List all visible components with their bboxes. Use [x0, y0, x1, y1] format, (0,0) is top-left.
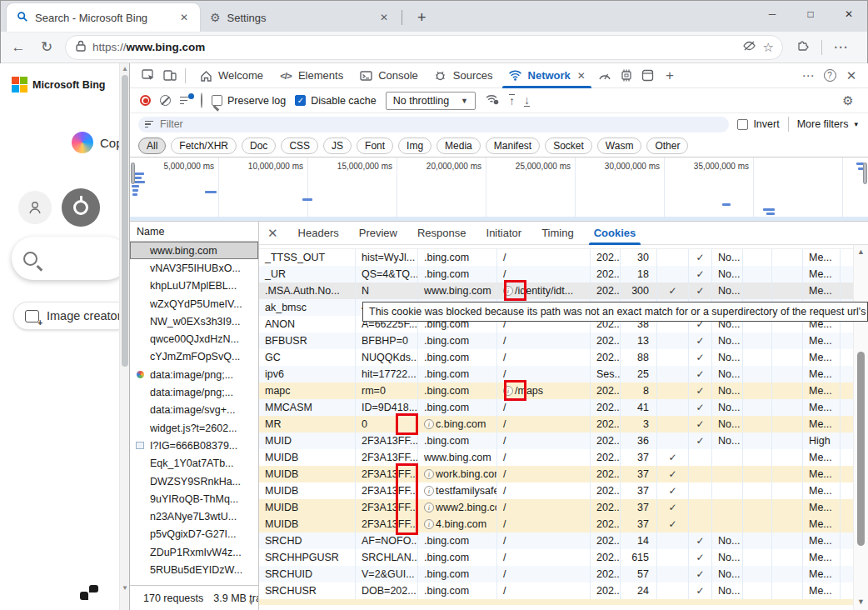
cookie-row[interactable]: MR0ic.bing.com/202...3✓No...Me... — [259, 416, 853, 432]
preserve-log-checkbox[interactable]: Preserve log — [212, 95, 286, 107]
request-row[interactable]: data:image/png;... — [130, 383, 258, 401]
filter-toggle-icon[interactable] — [180, 96, 192, 106]
devtools-tab-elements[interactable]: </>Elements — [271, 63, 351, 88]
cookie-row[interactable]: _TTSS_OUThist=WyJl....bing.com/202...30✓… — [259, 249, 853, 266]
type-filter-css[interactable]: CSS — [281, 138, 318, 154]
requests-scroll-down-icon[interactable]: ▼ — [247, 598, 255, 607]
browser-menu-icon[interactable]: ⋯ — [831, 38, 851, 56]
cookie-row[interactable]: ipv6hit=17722....bing.com/Ses...25✓No...… — [259, 366, 853, 382]
detail-tab-preview[interactable]: Preview — [349, 222, 407, 245]
type-filter-doc[interactable]: Doc — [242, 138, 276, 154]
devtools-tab-welcome[interactable]: Welcome — [191, 63, 271, 88]
request-row[interactable]: DWZSY9SRnkHa... — [130, 472, 258, 490]
request-row[interactable]: www.bing.com — [130, 242, 258, 259]
type-filter-font[interactable]: Font — [357, 138, 393, 154]
type-filter-other[interactable]: Other — [646, 138, 688, 154]
browser-tab[interactable]: ⚙Settings✕ — [200, 3, 400, 32]
browser-essentials-icon[interactable] — [793, 38, 813, 56]
cookie-row[interactable]: GCNUQQKds....bing.com/202...88✓No...Me..… — [259, 349, 853, 366]
cookie-row[interactable]: MUIDB2F3A13FF...iwww2.bing.com/202...37✓… — [259, 499, 853, 516]
inspect-element-icon[interactable] — [138, 66, 158, 86]
refresh-icon[interactable]: ↻ — [37, 38, 57, 56]
type-filter-img[interactable]: Img — [398, 138, 432, 154]
maximize-button[interactable]: □ — [791, 0, 830, 28]
devtools-tab-close-icon[interactable]: ✕ — [577, 70, 586, 82]
cookies-scroll-down-icon[interactable]: ▼ — [854, 598, 868, 606]
performance-icon[interactable] — [595, 66, 615, 86]
filter-input-wrap[interactable] — [138, 117, 729, 132]
clear-icon[interactable] — [160, 95, 171, 106]
back-icon[interactable]: ← — [8, 39, 28, 56]
request-row[interactable]: data:image/png;... — [130, 366, 258, 383]
request-row[interactable]: ZDuP1RxmIvW4z... — [130, 543, 258, 561]
device-emulation-icon[interactable] — [160, 66, 180, 86]
request-row[interactable]: data:image/svg+... — [130, 402, 258, 419]
cookie-row[interactable]: SRCHDAF=NOFO....bing.com/202...14✓No...M… — [259, 532, 853, 549]
request-row[interactable]: vNAV3F5IHUBxO... — [130, 259, 258, 277]
devtools-help-icon[interactable]: ? — [820, 66, 840, 86]
cookie-row[interactable]: MUIDB2F3A13FF...www.bing.com/202...37✓Me… — [259, 449, 853, 466]
type-filter-wasm[interactable]: Wasm — [597, 138, 642, 154]
new-tab-button[interactable]: + — [412, 9, 432, 27]
minimize-button[interactable]: ─ — [753, 0, 791, 28]
more-filters-button[interactable]: More filters ▾ — [797, 118, 858, 130]
type-filter-all[interactable]: All — [138, 138, 166, 154]
blocked-info-icon[interactable]: i — [424, 469, 434, 479]
devtools-tab-sources[interactable]: Sources — [426, 63, 501, 88]
detail-tab-cookies[interactable]: Cookies — [584, 222, 646, 245]
tab-close-icon[interactable]: ✕ — [377, 10, 392, 25]
cookie-row[interactable]: MUIDB2F3A13FF...itestfamilysafety.bi.../… — [259, 482, 853, 499]
request-row[interactable]: NW_w0EXs3h3I9... — [130, 312, 258, 330]
image-creator-button[interactable]: Image creator — [13, 302, 119, 330]
search-network-icon[interactable] — [201, 93, 202, 108]
add-tab-icon[interactable]: + — [660, 66, 680, 86]
request-row[interactable]: widget.js?t=2602... — [130, 419, 258, 437]
cookie-row[interactable]: SRCHHPGUSRSRCHLAN....bing.com/202...615✓… — [259, 549, 853, 566]
record-icon[interactable] — [140, 95, 151, 106]
request-row[interactable]: wZxQYdP5UmeIV... — [130, 295, 258, 312]
copilot-button[interactable]: Cop — [72, 132, 119, 153]
blocked-info-icon[interactable]: i — [503, 386, 513, 396]
devtools-tab-network[interactable]: Network✕ — [501, 63, 593, 88]
request-row[interactable]: n23ANye7L3wtU... — [130, 508, 258, 525]
type-filter-fetch-xhr[interactable]: Fetch/XHR — [171, 138, 237, 154]
request-row[interactable]: 5RUBu5dEYIDzW... — [130, 561, 258, 578]
cookies-scrollbar[interactable]: ▲ ▼ — [853, 245, 868, 610]
tab-close-icon[interactable]: ✕ — [177, 10, 192, 25]
detail-close-icon[interactable]: ✕ — [267, 226, 278, 241]
microsoft-bing-logo[interactable]: Microsoft Bing — [12, 77, 106, 92]
request-row[interactable]: 9uYIRoQB-ThMq... — [130, 490, 258, 508]
cookie-row[interactable]: SRCHUIDV=2&GUI....bing.com/202...57✓No..… — [259, 566, 853, 582]
page-scrollbar[interactable]: ▲ ▼ — [119, 63, 129, 610]
cookie-row[interactable]: SRCHUSRDOB=202....bing.com/202...24✓No..… — [259, 582, 853, 599]
type-filter-socket[interactable]: Socket — [545, 138, 592, 154]
profile-button[interactable] — [18, 191, 52, 224]
favorite-star-icon[interactable]: ☆ — [763, 40, 774, 55]
rewards-button[interactable] — [62, 188, 100, 227]
network-timeline[interactable]: 5,000,000 ms10,000,000 ms15,000,000 ms20… — [130, 158, 868, 222]
disable-cache-checkbox[interactable]: Disable cache — [295, 95, 377, 107]
request-row[interactable]: qwce00QJxdHzN... — [130, 330, 258, 348]
cookies-scrollbar-thumb[interactable] — [857, 352, 865, 546]
timeline-right-handle[interactable] — [863, 162, 867, 184]
cookie-row[interactable]: _URQS=4&TQ....bing.com/202...18✓No...Me.… — [259, 266, 853, 282]
filter-input[interactable] — [158, 118, 722, 131]
cookie-row[interactable]: mapcrm=0.bing.comi/maps202...8✓No...Me..… — [259, 382, 853, 399]
application-icon[interactable] — [638, 66, 658, 86]
cookie-row[interactable]: MUID2F3A13FF....bing.com/202...36✓No...H… — [259, 432, 853, 449]
detail-tab-headers[interactable]: Headers — [288, 222, 349, 245]
address-bar[interactable]: https://www.bing.com ☆ — [65, 35, 783, 60]
detail-tab-initiator[interactable]: Initiator — [476, 222, 532, 245]
detail-tab-timing[interactable]: Timing — [531, 222, 584, 245]
feedback-icon[interactable] — [80, 585, 98, 600]
timeline-left-handle[interactable] — [131, 162, 135, 184]
blocked-info-icon[interactable]: i — [424, 502, 434, 512]
type-filter-media[interactable]: Media — [436, 138, 481, 154]
detail-tab-response[interactable]: Response — [407, 222, 476, 245]
invert-checkbox[interactable]: Invert — [737, 118, 779, 130]
browser-tab[interactable]: Search - Microsoft Bing✕ — [7, 3, 200, 32]
close-button[interactable]: ✕ — [830, 0, 868, 28]
blocked-info-icon[interactable]: i — [424, 419, 434, 429]
network-conditions-icon[interactable] — [485, 93, 500, 108]
search-box[interactable] — [12, 237, 119, 280]
